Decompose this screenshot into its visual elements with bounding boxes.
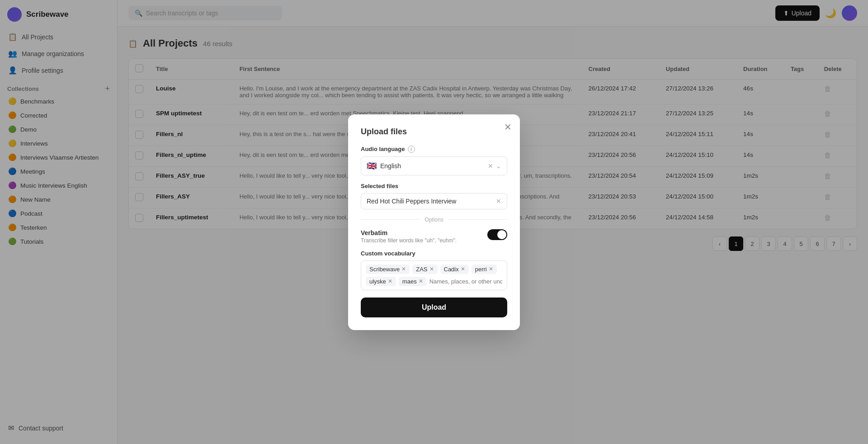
modal-overlay[interactable]: Upload files ✕ Audio language i 🇬🇧 Engli… [0,0,868,444]
vocab-remove-maes[interactable]: ✕ [419,279,423,284]
audio-language-label: Audio language i [361,146,507,153]
verbatim-row: Verbatim Transcribe filler words like "u… [361,229,507,244]
modal-title: Upload files [361,127,507,137]
file-input-box: Red Hot Chili Peppers Interview ✕ [361,193,507,209]
vocab-remove-cadix[interactable]: ✕ [461,266,465,272]
vocab-tag-ulyske: ulyske ✕ [366,277,396,286]
language-selector[interactable]: 🇬🇧 English ✕ ⌄ [361,156,507,175]
vocab-tag-scribewave: Scribewave ✕ [366,265,410,274]
verbatim-toggle[interactable] [487,229,507,240]
selected-file-name: Red Hot Chili Peppers Interview [367,198,456,205]
verbatim-description: Transcribe filler words like "uh", "euhm… [361,237,457,244]
options-divider: Options [361,217,507,223]
vocab-input[interactable] [429,278,502,285]
vocab-tag-cadix: Cadix ✕ [440,265,469,274]
upload-submit-button[interactable]: Upload [361,298,507,317]
file-clear-button[interactable]: ✕ [496,198,501,205]
info-icon: i [408,146,415,153]
language-flag: 🇬🇧 [367,161,377,171]
upload-modal: Upload files ✕ Audio language i 🇬🇧 Engli… [348,114,520,330]
vocab-remove-ulyske[interactable]: ✕ [388,279,392,284]
vocab-tag-zas: ZAS ✕ [412,265,437,274]
vocab-remove-scribewave[interactable]: ✕ [401,266,406,272]
language-clear-button[interactable]: ✕ [488,162,493,170]
vocab-remove-zas[interactable]: ✕ [429,266,434,272]
vocab-tag-maes: maes ✕ [399,277,427,286]
language-label: English [380,162,401,170]
vocab-tag-perri: perri ✕ [472,265,497,274]
modal-close-button[interactable]: ✕ [504,123,512,132]
custom-vocab-label: Custom vocabulary [361,250,507,257]
language-dropdown-button[interactable]: ⌄ [496,162,501,170]
selected-files-label: Selected files [361,183,507,189]
vocab-box: Scribewave ✕ ZAS ✕ Cadix ✕ perri ✕ ulysk… [361,260,507,290]
verbatim-label: Verbatim [361,229,457,236]
options-label: Options [425,217,443,223]
vocab-remove-perri[interactable]: ✕ [489,266,493,272]
